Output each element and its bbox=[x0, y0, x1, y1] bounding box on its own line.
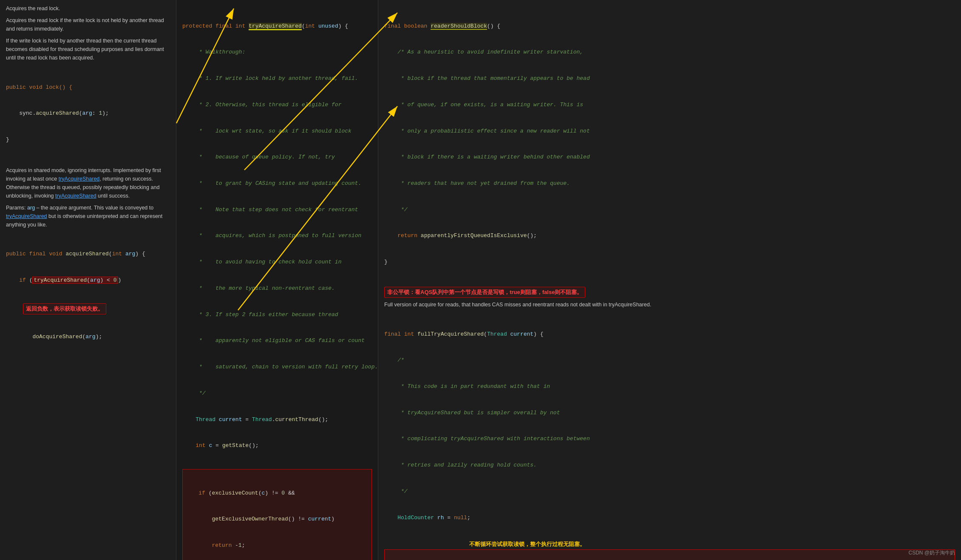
panel-middle: protected final int tryAcquireShared(int… bbox=[176, 0, 378, 560]
desc-acquires-shared: Acquires in shared mode, ignoring interr… bbox=[6, 166, 170, 200]
annotation1-container: 返回负数，表示获取读锁失败。 bbox=[23, 303, 170, 314]
full-try-body-box: for (;;) { int c = getState(); if (exclu… bbox=[384, 549, 955, 560]
lock-method-code: public void lock() { sync.acquireShared(… bbox=[6, 65, 170, 162]
annotation-return-negative: 返回负数，表示获取读锁失败。 bbox=[23, 303, 106, 314]
desc-acquires-if: Acquires the read lock if the write lock… bbox=[6, 16, 170, 33]
full-try-acquire-code: final int fullTryAcquireShared(Thread cu… bbox=[384, 312, 955, 540]
try-acquire-condition: tryAcquireShared(arg) < 0 bbox=[32, 277, 118, 284]
desc-acquires-read-lock: Acquires the read lock. bbox=[6, 4, 170, 13]
middle-code: protected final int tryAcquireShared(int… bbox=[182, 4, 372, 468]
annotation-loop: 不断循环尝试获取读锁，整个执行过程无阻塞。 bbox=[469, 540, 955, 548]
panel-right: final boolean readerShouldBlock() { /* A… bbox=[378, 0, 961, 560]
panel-left: Acquires the read lock. Acquires the rea… bbox=[0, 0, 176, 560]
watermark: CSDN @奶子淘牛奶 bbox=[908, 549, 955, 557]
doAcquireShared-code: doAcquireShared(arg); bbox=[6, 315, 170, 359]
annotation-nonfair-lock: 非公平锁：看AQS队列中第一个节点是否是写锁，true则阻塞，false则不阻塞… bbox=[384, 287, 955, 298]
desc-full-try: Full version of acquire for reads, that … bbox=[384, 300, 955, 309]
acquireShared-code: public final void acquireShared(int arg)… bbox=[6, 232, 170, 303]
desc-params: Params: arg – the acquire argument. This… bbox=[6, 204, 170, 229]
main-container: Acquires the read lock. Acquires the rea… bbox=[0, 0, 961, 560]
reader-should-block-code: final boolean readerShouldBlock() { /* A… bbox=[384, 4, 955, 284]
exclusive-check-box: if (exclusiveCount(c) != 0 && getExclusi… bbox=[182, 469, 372, 560]
desc-if-write-held: If the write lock is held by another thr… bbox=[6, 37, 170, 62]
